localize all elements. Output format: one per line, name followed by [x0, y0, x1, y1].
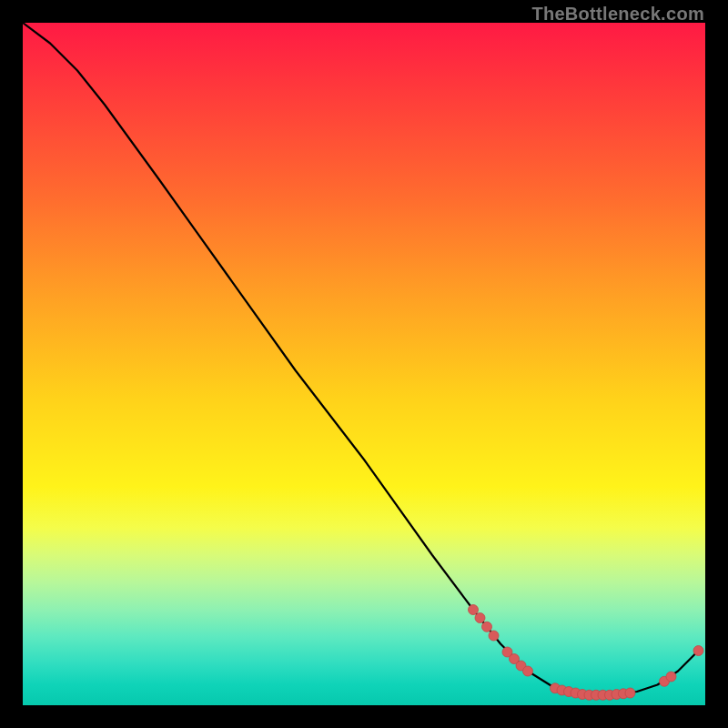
data-point — [693, 646, 703, 656]
chart-stage: TheBottleneck.com — [0, 0, 728, 728]
data-point — [475, 613, 485, 623]
data-point — [666, 672, 676, 682]
plot-area — [23, 23, 705, 705]
data-point — [469, 605, 479, 615]
bottleneck-curve — [23, 23, 699, 695]
data-point — [482, 622, 492, 632]
data-point — [523, 666, 533, 676]
data-point — [625, 688, 635, 698]
data-point — [489, 631, 499, 641]
highlight-points — [469, 605, 704, 701]
watermark-text: TheBottleneck.com — [531, 4, 704, 25]
curve-layer — [23, 23, 705, 705]
